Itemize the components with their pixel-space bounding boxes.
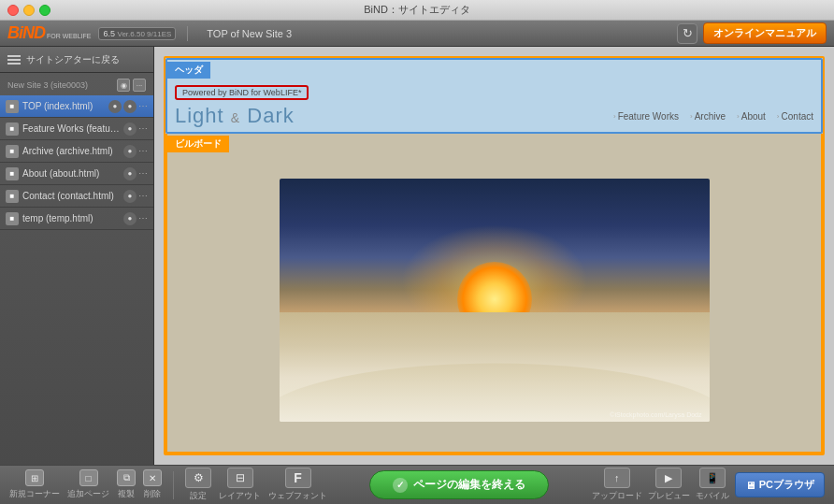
duplicate-label: 複製 [118,488,135,500]
billboard-label: ビルボード [167,136,229,152]
upload-label: アップロード [592,490,642,502]
item-actions: ● ⋯ [123,190,148,203]
sidebar-item-label: Archive (archive.html) [22,146,120,156]
item-actions: ● ● ⋯ [108,100,148,113]
duplicate-tool[interactable]: ⧉ 複製 [117,469,136,500]
layout-icon: ⊟ [227,468,253,488]
page-icon: ■ [6,167,19,180]
sidebar-item-archive[interactable]: ■ Archive (archive.html) ● ⋯ [0,140,153,163]
version-badge: 6.5 Ver.6.50 9/11ES [98,27,176,40]
mobile-icon: 📱 [699,468,726,488]
preview-area: ヘッダ Powered by BiND for WebLIFE* Light &… [154,47,834,465]
circle-icon[interactable]: ● [123,100,137,113]
refresh-button[interactable]: ↻ [677,23,697,44]
pc-browser-button[interactable]: 🖥 PCブラウザ [735,472,825,497]
site-controls: ◉ ··· [117,79,146,92]
sidebar-item-contact[interactable]: ■ Contact (contact.html) ● ⋯ [0,185,153,208]
window-title: BiND：サイトエディタ [364,3,470,17]
site-nav: Light & Dark › Feature Works › Archive [175,104,813,128]
site-section: New Site 3 (site0003) ◉ ··· [0,73,153,95]
center-buttons: ✓ ページの編集を終える [335,470,584,499]
delete-tool[interactable]: ✕ 削除 [143,469,162,500]
image-credit: ©iStockphoto.com/Larysa Dodz [610,411,701,418]
add-page-tool[interactable]: □ 追加ページ [67,469,109,500]
site-name: New Site 3 (site0003) [7,80,88,90]
nav-item-contact[interactable]: › Contact [777,111,813,122]
more-icon[interactable]: ⋯ [138,101,148,111]
more-icon[interactable]: ⋯ [138,168,148,179]
mobile-button[interactable]: 📱 モバイル [696,468,729,502]
top-toolbar: BiND FOR WEBLIFE 6.5 Ver.6.50 9/11ES TOP… [0,21,834,47]
mobile-label: モバイル [696,490,729,502]
upload-icon: ↑ [604,468,630,488]
nav-items: › Feature Works › Archive › About [613,111,813,122]
duplicate-icon: ⧉ [117,469,136,486]
item-actions: ● ⋯ [123,145,148,158]
eye-icon[interactable]: ● [123,190,137,203]
sidebar-item-label: temp (temp.html) [22,213,120,223]
sidebar-back-button[interactable]: サイトシアターに戻る [0,47,153,73]
sidebar-item-feature[interactable]: ■ Feature Works (feature-work...) ● ⋯ [0,118,153,140]
webfont-button[interactable]: F ウェブフォント [268,468,327,502]
content-area: ヘッダ Powered by BiND for WebLIFE* Light &… [154,47,834,465]
page-icon: ■ [6,212,19,225]
preview-label: プレビュー [648,490,690,502]
check-icon: ✓ [393,478,408,493]
eye-icon[interactable]: ● [123,122,137,136]
site-more-button[interactable]: ··· [133,79,146,92]
toolbar-right: ↻ オンラインマニュアル [677,22,827,44]
minimize-button[interactable] [23,5,35,16]
finish-edit-button[interactable]: ✓ ページの編集を終える [369,470,549,499]
main-area: サイトシアターに戻る New Site 3 (site0003) ◉ ··· ■… [0,47,834,465]
online-manual-button[interactable]: オンラインマニュアル [703,22,827,44]
billboard-section: ビルボード ©iStockphoto.com/Larysa Dodz [165,134,823,454]
eye-icon[interactable]: ● [123,145,137,158]
layout-button[interactable]: ⊟ レイアウト [219,468,261,502]
add-page-icon: □ [79,469,98,486]
website-frame: ヘッダ Powered by BiND for WebLIFE* Light &… [164,56,825,455]
sidebar-item-top[interactable]: ■ TOP (index.html) ● ● ⋯ [0,95,153,118]
nav-item-feature[interactable]: › Feature Works [613,111,679,122]
nav-item-archive[interactable]: › Archive [690,111,726,122]
header-label: ヘッダ [167,62,210,79]
preview-icon: ▶ [655,468,682,488]
more-icon[interactable]: ⋯ [138,146,148,156]
settings-button[interactable]: ⚙ 設定 [185,468,211,502]
sidebar-header-text: サイトシアターに戻る [26,53,120,66]
more-icon[interactable]: ⋯ [138,123,148,134]
new-corner-icon: ⊞ [25,469,44,486]
item-actions: ● ⋯ [123,212,148,225]
site-eye-button[interactable]: ◉ [117,79,130,92]
upload-button[interactable]: ↑ アップロード [592,468,642,502]
billboard-content: ©iStockphoto.com/Larysa Dodz [167,152,821,448]
close-button[interactable] [7,5,19,16]
eye-icon[interactable]: ● [123,212,137,225]
page-icon: ■ [6,145,19,158]
eye-icon[interactable]: ● [123,167,137,180]
preview-button[interactable]: ▶ プレビュー [648,468,690,502]
sidebar-item-about[interactable]: ■ About (about.html) ● ⋯ [0,163,153,185]
sidebar-item-label: Contact (contact.html) [22,191,120,201]
site-logo: Light & Dark [175,104,295,128]
maximize-button[interactable] [39,5,50,16]
billboard-image: ©iStockphoto.com/Larysa Dodz [280,179,710,422]
menu-icon [7,55,21,65]
settings-label: 設定 [190,490,207,502]
traffic-lights [7,5,50,16]
sidebar-item-label: TOP (index.html) [22,101,105,111]
more-icon[interactable]: ⋯ [138,191,148,201]
page-icon: ■ [6,100,19,113]
eye-icon[interactable]: ● [108,100,122,113]
page-icon: ■ [6,122,19,136]
titlebar: BiND：サイトエディタ [0,0,834,21]
delete-icon: ✕ [143,469,162,486]
new-corner-label: 新規コーナー [9,488,60,500]
new-corner-tool[interactable]: ⊞ 新規コーナー [9,469,60,500]
more-icon[interactable]: ⋯ [138,213,148,223]
nav-item-about[interactable]: › About [737,111,766,122]
bind-logo: BiND FOR WEBLIFE [7,23,91,43]
sidebar-item-temp[interactable]: ■ temp (temp.html) ● ⋯ [0,208,153,230]
delete-label: 削除 [144,488,161,500]
bind-subtext: FOR WEBLIFE [47,33,91,39]
page-icon: ■ [6,190,19,203]
